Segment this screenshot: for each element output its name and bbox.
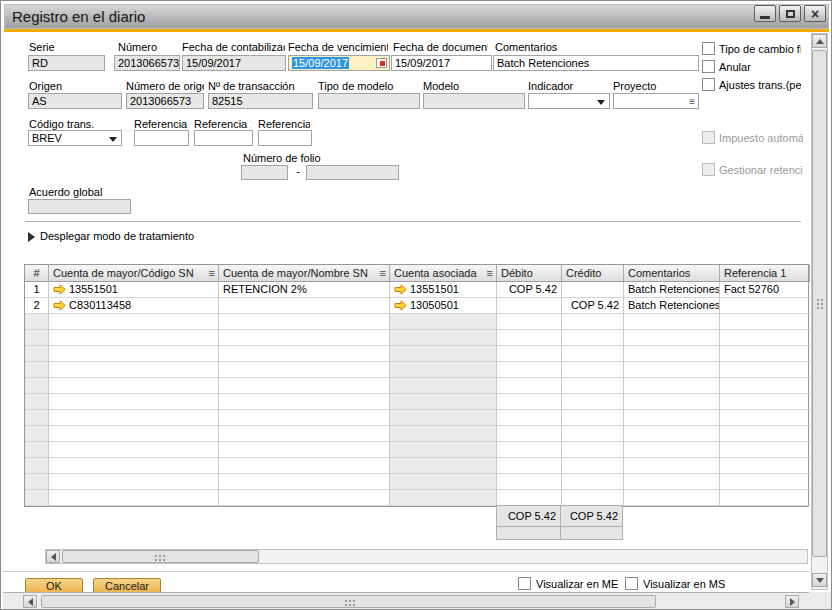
table-cell[interactable] [49, 362, 219, 378]
table-cell[interactable] [390, 410, 497, 426]
table-cell[interactable] [720, 362, 810, 378]
link-arrow-icon[interactable] [394, 300, 407, 311]
table-cell[interactable] [390, 394, 497, 410]
table-cell[interactable] [720, 330, 810, 346]
table-cell[interactable] [562, 474, 624, 490]
table-cell[interactable] [219, 378, 390, 394]
table-cell[interactable] [49, 410, 219, 426]
table-cell[interactable] [562, 426, 624, 442]
table-cell[interactable] [219, 474, 390, 490]
chevron-down-icon[interactable] [597, 100, 605, 105]
row-number-cell[interactable]: 1 [25, 282, 49, 298]
table-cell[interactable] [720, 474, 810, 490]
column-menu-icon[interactable]: ≡ [380, 266, 386, 281]
table-cell[interactable] [720, 378, 810, 394]
column-menu-icon[interactable]: ≡ [209, 266, 215, 281]
header-cuenta-asociada[interactable]: Cuenta asociada≡ [390, 265, 497, 282]
disclosure-label[interactable]: Desplegar modo de tratamiento [40, 230, 260, 243]
table-cell[interactable] [49, 346, 219, 362]
table-cell[interactable] [390, 346, 497, 362]
table-cell[interactable] [497, 426, 562, 442]
minimize-button[interactable] [754, 5, 776, 22]
table-cell[interactable] [219, 362, 390, 378]
table-cell[interactable] [219, 330, 390, 346]
referencia1-field[interactable] [134, 130, 189, 146]
list-selector-icon[interactable]: ≡ [689, 95, 695, 109]
table-cell[interactable] [720, 410, 810, 426]
fecha-contabilizacion-field[interactable]: 15/09/2017 [182, 55, 286, 71]
serie-field[interactable]: RD [28, 55, 105, 71]
table-cell[interactable] [219, 394, 390, 410]
table-cell[interactable] [219, 410, 390, 426]
table-cell[interactable] [25, 394, 49, 410]
table-cell[interactable] [720, 346, 810, 362]
table-cell[interactable] [25, 314, 49, 330]
anular-checkbox[interactable] [702, 60, 715, 73]
table-cell[interactable] [562, 314, 624, 330]
window-hscrollbar-thumb[interactable] [41, 595, 656, 608]
table-cell[interactable] [497, 442, 562, 458]
row-number-cell[interactable]: 2 [25, 298, 49, 314]
table-cell[interactable] [497, 330, 562, 346]
indicador-dropdown[interactable] [528, 93, 610, 109]
table-cell[interactable] [49, 442, 219, 458]
table-cell[interactable] [624, 314, 720, 330]
window-vscroll-up-button[interactable] [812, 34, 827, 48]
table-cell[interactable] [390, 330, 497, 346]
table-cell[interactable] [720, 490, 810, 506]
comentarios-cell[interactable]: Batch Retenciones [624, 298, 720, 314]
link-arrow-icon[interactable] [394, 284, 407, 295]
table-cell[interactable] [25, 490, 49, 506]
table-cell[interactable] [25, 442, 49, 458]
fecha-vencimiento-field[interactable]: 15/09/2017 [288, 55, 390, 71]
table-cell[interactable] [562, 330, 624, 346]
table-cell[interactable] [25, 378, 49, 394]
credito-cell[interactable] [562, 282, 624, 298]
visualizar-me-checkbox[interactable] [518, 577, 531, 590]
disclosure-triangle-icon[interactable] [28, 232, 35, 242]
table-hscroll-left-button[interactable] [46, 550, 60, 563]
table-cell[interactable] [720, 458, 810, 474]
referencia1-cell[interactable]: Fact 52760 [720, 282, 810, 298]
table-cell[interactable] [49, 474, 219, 490]
table-cell[interactable] [49, 458, 219, 474]
table-cell[interactable] [219, 426, 390, 442]
table-cell[interactable] [49, 394, 219, 410]
table-cell[interactable] [49, 378, 219, 394]
ajustes-trans-checkbox[interactable] [702, 78, 715, 91]
window-titlebar[interactable]: Registro en el diario [4, 4, 829, 29]
table-cell[interactable] [497, 490, 562, 506]
window-hscrollbar-track[interactable] [3, 592, 809, 609]
table-cell[interactable] [219, 314, 390, 330]
resize-corner[interactable] [809, 592, 831, 609]
table-cell[interactable] [497, 474, 562, 490]
numero-origen-field[interactable]: 2013066573 [126, 93, 204, 109]
close-button[interactable]: × [804, 5, 826, 22]
table-cell[interactable] [562, 346, 624, 362]
numero-field[interactable]: 2013066573 [114, 55, 180, 71]
table-cell[interactable] [624, 330, 720, 346]
table-cell[interactable] [219, 458, 390, 474]
table-cell[interactable] [219, 490, 390, 506]
codigo-sn-cell[interactable]: C830113458 [49, 298, 219, 314]
table-cell[interactable] [720, 442, 810, 458]
table-cell[interactable] [49, 314, 219, 330]
table-cell[interactable] [562, 362, 624, 378]
table-cell[interactable] [497, 314, 562, 330]
table-cell[interactable] [390, 442, 497, 458]
chevron-down-icon[interactable] [109, 137, 117, 142]
table-cell[interactable] [25, 410, 49, 426]
origen-field[interactable]: AS [28, 93, 122, 109]
header-referencia1[interactable]: Referencia 1 [720, 265, 810, 282]
table-cell[interactable] [390, 474, 497, 490]
table-cell[interactable] [390, 458, 497, 474]
table-cell[interactable] [624, 394, 720, 410]
table-cell[interactable] [624, 378, 720, 394]
table-cell[interactable] [562, 410, 624, 426]
table-cell[interactable] [497, 346, 562, 362]
table-cell[interactable] [390, 426, 497, 442]
codigo-sn-cell[interactable]: 13551501 [49, 282, 219, 298]
numero-transaccion-field[interactable]: 82515 [208, 93, 313, 109]
header-nombre-sn[interactable]: Cuenta de mayor/Nombre SN≡ [219, 265, 390, 282]
link-arrow-icon[interactable] [53, 300, 66, 311]
